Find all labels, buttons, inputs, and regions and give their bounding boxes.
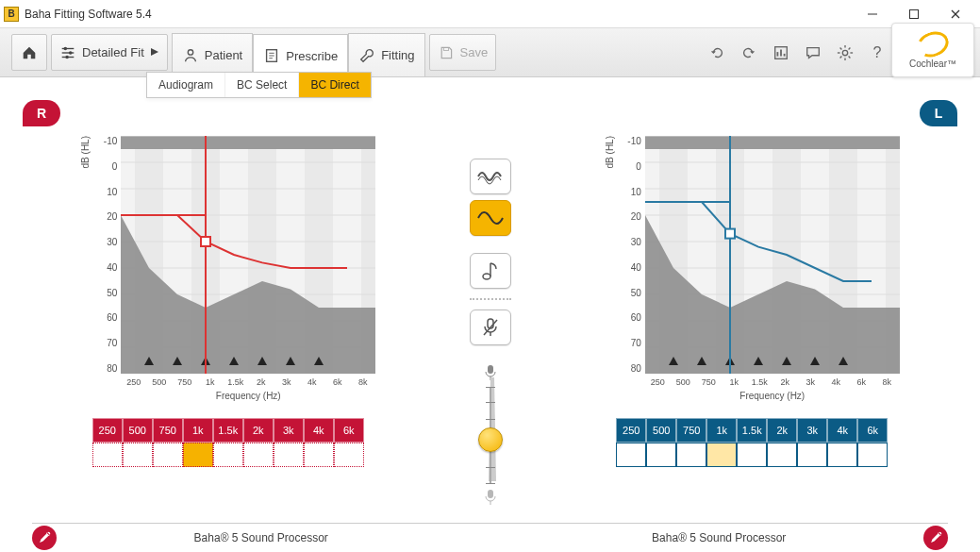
freq-value-cell[interactable] xyxy=(153,443,183,467)
y-tick: 30 xyxy=(631,237,641,247)
mute-button[interactable] xyxy=(470,309,511,345)
left-audiogram-chart[interactable]: dB (HL) -1001020304050607080 2505007501k… xyxy=(605,136,900,401)
freq-header-cell[interactable]: 6k xyxy=(334,418,364,443)
subtab-bc-select[interactable]: BC Select xyxy=(225,73,299,97)
save-icon xyxy=(438,44,455,61)
freq-value-cell[interactable] xyxy=(213,443,243,467)
freq-header-cell[interactable]: 250 xyxy=(92,418,123,443)
freq-header-cell[interactable]: 3k xyxy=(797,418,827,443)
left-device-edit-button[interactable] xyxy=(923,526,948,550)
left-y-ticks: -1001020304050607080 xyxy=(617,136,645,374)
slider-track[interactable] xyxy=(490,387,491,483)
freq-value-cell[interactable] xyxy=(646,443,676,467)
left-freq-value-row[interactable] xyxy=(616,443,888,467)
x-tick: 750 xyxy=(696,377,722,387)
freq-header-cell[interactable]: 1k xyxy=(706,418,737,443)
right-freq-value-row[interactable] xyxy=(92,443,364,467)
right-audiogram-chart[interactable]: dB (HL) -1001020304050607080 2505007501k… xyxy=(80,136,375,401)
freq-value-cell[interactable] xyxy=(857,443,888,467)
svg-point-7 xyxy=(69,51,73,55)
freq-value-cell[interactable] xyxy=(676,443,706,467)
pure-tone-button[interactable] xyxy=(470,200,511,236)
home-button[interactable] xyxy=(11,34,47,71)
mic-mute-icon xyxy=(479,316,502,339)
freq-value-cell[interactable] xyxy=(797,443,827,467)
x-tick: 8k xyxy=(874,377,900,387)
detailed-fit-button[interactable]: Detailed Fit xyxy=(51,34,168,71)
x-tick: 6k xyxy=(849,377,874,387)
y-tick: 40 xyxy=(631,262,641,273)
freq-header-cell[interactable]: 500 xyxy=(123,418,153,443)
x-axis-label: Frequency (Hz) xyxy=(121,391,375,401)
left-chart-svg[interactable] xyxy=(645,136,900,374)
warble-tone-button[interactable] xyxy=(470,159,511,194)
freq-value-cell[interactable] xyxy=(92,443,123,467)
freq-value-cell[interactable] xyxy=(123,443,153,467)
settings-button[interactable] xyxy=(837,44,854,61)
freq-header-cell[interactable]: 4k xyxy=(827,418,857,443)
titlebar: B Baha Fitting Software 5.4 xyxy=(0,0,980,28)
freq-header-cell[interactable]: 3k xyxy=(274,418,304,443)
freq-header-cell[interactable]: 2k xyxy=(243,418,274,443)
freq-header-cell[interactable]: 750 xyxy=(153,418,183,443)
brand-text: Cochlear™ xyxy=(909,59,956,69)
svg-point-11 xyxy=(188,49,192,54)
y-tick: 60 xyxy=(631,312,641,323)
redo-button[interactable] xyxy=(740,44,757,61)
x-tick: 1.5k xyxy=(223,377,248,387)
svg-rect-69 xyxy=(488,490,493,498)
freq-header-cell[interactable]: 750 xyxy=(676,418,706,443)
tab-fitting[interactable]: Fitting xyxy=(348,33,424,76)
freq-value-cell[interactable] xyxy=(827,443,857,467)
freq-value-cell[interactable] xyxy=(616,443,646,467)
report-button[interactable] xyxy=(772,44,789,61)
save-button[interactable]: Save xyxy=(429,34,497,71)
freq-value-cell[interactable] xyxy=(706,443,737,467)
freq-value-cell[interactable] xyxy=(334,443,364,467)
tab-patient-label: Patient xyxy=(205,48,242,62)
svg-rect-40 xyxy=(121,136,375,149)
freq-value-cell[interactable] xyxy=(737,443,767,467)
svg-point-61 xyxy=(483,274,490,279)
svg-rect-60 xyxy=(201,237,210,246)
subtab-audiogram[interactable]: Audiogram xyxy=(147,73,225,97)
undo-button[interactable] xyxy=(708,44,725,61)
y-tick: 70 xyxy=(631,338,641,348)
freq-header-cell[interactable]: 4k xyxy=(304,418,334,443)
right-chart-svg[interactable] xyxy=(121,136,375,374)
freq-value-cell[interactable] xyxy=(304,443,334,467)
x-tick: 3k xyxy=(274,377,299,387)
workflow-tabs: Patient Prescribe Fitting xyxy=(172,34,425,76)
freq-header-cell[interactable]: 1.5k xyxy=(213,418,243,443)
freq-header-cell[interactable]: 250 xyxy=(616,418,646,443)
freq-value-cell[interactable] xyxy=(274,443,304,467)
minimize-button[interactable] xyxy=(852,1,893,27)
subtab-bc-direct[interactable]: BC Direct xyxy=(299,73,370,97)
x-tick: 4k xyxy=(823,377,849,387)
save-label: Save xyxy=(460,45,489,59)
right-frequency-table: 2505007501k1.5k2k3k4k6k xyxy=(92,418,364,467)
main-content: R dB (HL) -1001020304050607080 250500750… xyxy=(0,77,980,552)
freq-header-cell[interactable]: 6k xyxy=(857,418,888,443)
narrowband-noise-button[interactable] xyxy=(470,253,511,289)
chat-button[interactable] xyxy=(805,44,822,61)
right-x-ticks: 2505007501k1.5k2k3k4k6k8k xyxy=(121,377,375,387)
mic-bottom-icon xyxy=(484,489,497,506)
y-tick: 20 xyxy=(107,211,117,222)
freq-header-cell[interactable]: 1.5k xyxy=(737,418,767,443)
note-icon xyxy=(479,259,502,282)
right-ear-panel: R dB (HL) -1001020304050607080 250500750… xyxy=(32,100,424,552)
freq-header-cell[interactable]: 500 xyxy=(646,418,676,443)
freq-header-cell[interactable]: 2k xyxy=(767,418,797,443)
right-device-edit-button[interactable] xyxy=(32,526,57,550)
help-button[interactable]: ? xyxy=(869,44,886,61)
freq-header-cell[interactable]: 1k xyxy=(183,418,213,443)
x-tick: 1k xyxy=(197,377,223,387)
level-slider[interactable] xyxy=(462,364,519,506)
tab-patient[interactable]: Patient xyxy=(172,33,253,76)
x-tick: 750 xyxy=(172,377,197,387)
freq-value-cell[interactable] xyxy=(183,443,213,467)
slider-handle[interactable] xyxy=(478,427,503,452)
freq-value-cell[interactable] xyxy=(243,443,274,467)
freq-value-cell[interactable] xyxy=(767,443,797,467)
